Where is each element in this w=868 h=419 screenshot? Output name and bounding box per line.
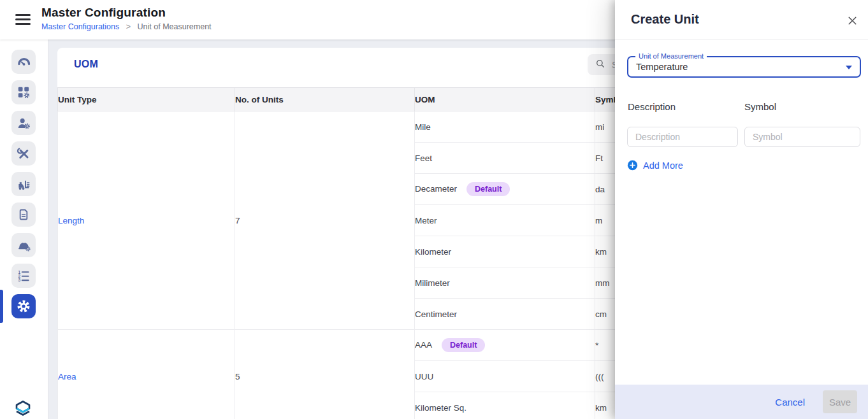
uom-cell: Mile: [415, 111, 595, 143]
sidebar-item-dashboard[interactable]: [11, 50, 36, 74]
uom-cell: Meter: [415, 205, 595, 236]
select-floating-label: Unit of Measurement: [635, 52, 707, 60]
unit-count-cell: 7: [235, 111, 415, 330]
sidebar-item-settings[interactable]: [11, 294, 36, 318]
uom-cell: DecameterDefault: [415, 174, 595, 205]
uom-name: Decameter: [415, 184, 457, 194]
select-value: Temperature: [636, 62, 688, 72]
app-root: Master Configuration Master Configuratio…: [0, 0, 868, 419]
save-button[interactable]: Save: [823, 390, 857, 413]
dashboard-icon: [17, 55, 31, 69]
uom-name: Milimeter: [415, 278, 450, 288]
create-unit-drawer: Create Unit Unit of Measurement Temperat…: [615, 0, 868, 419]
uom-cell: Kilometer: [415, 236, 595, 267]
uom-name: Mile: [415, 122, 431, 132]
uom-cell: AAADefault: [415, 330, 595, 361]
unit-type-cell: Length: [58, 111, 235, 330]
forklift-icon: [17, 177, 31, 192]
document-icon: [17, 208, 31, 222]
page-title: Master Configuration: [41, 6, 212, 20]
column-header-no-of-units: No. of Units: [235, 88, 415, 111]
uom-name: Feet: [415, 153, 432, 163]
column-header-uom: UOM: [415, 88, 595, 111]
app-logo-icon: [11, 398, 34, 419]
sidebar-item-documents[interactable]: [11, 202, 36, 227]
user-gear-icon: [17, 116, 31, 131]
close-icon[interactable]: [845, 13, 859, 27]
search-icon: [595, 58, 606, 72]
uom-cell: Kilometer Sq.: [415, 392, 595, 419]
symbol-field[interactable]: [744, 127, 860, 147]
svg-text:3: 3: [18, 278, 20, 282]
description-label: Description: [628, 101, 676, 112]
sidebar-rail: 123: [0, 39, 48, 419]
uom-name: Meter: [415, 216, 437, 225]
breadcrumb-separator: >: [126, 22, 131, 31]
sidebar-item-tools[interactable]: [11, 141, 36, 166]
modules-gear-icon: [17, 85, 31, 99]
uom-cell: UUU: [415, 361, 595, 392]
unit-type-link[interactable]: Length: [58, 216, 84, 225]
default-badge: Default: [442, 338, 485, 352]
uom-name: Kilometer Sq.: [415, 403, 467, 413]
drawer-title: Create Unit: [631, 12, 699, 27]
sidebar-item-user-management[interactable]: [11, 111, 36, 135]
active-item-indicator: [0, 290, 3, 323]
tools-icon: [17, 146, 31, 161]
symbol-label: Symbol: [744, 101, 776, 112]
description-field[interactable]: [627, 127, 738, 147]
gear-icon: [16, 299, 31, 314]
unit-type-link[interactable]: Area: [58, 372, 76, 381]
add-more-label: Add More: [643, 160, 683, 171]
sidebar-item-sequence[interactable]: 123: [11, 264, 36, 288]
sidebar-item-logistics[interactable]: [11, 172, 36, 196]
section-title: UOM: [74, 59, 98, 70]
uom-cell: Feet: [415, 143, 595, 174]
drawer-header: Create Unit: [615, 0, 868, 40]
add-more-button[interactable]: Add More: [627, 160, 683, 171]
breadcrumb: Master Configurations > Unit of Measurem…: [41, 22, 212, 31]
uom-name: UUU: [415, 372, 433, 381]
drawer-footer: Cancel Save: [615, 385, 868, 419]
breadcrumb-current: Unit of Measurement: [138, 22, 212, 31]
unit-of-measurement-select[interactable]: Unit of Measurement Temperature: [627, 56, 861, 78]
cancel-button[interactable]: Cancel: [771, 396, 809, 408]
chevron-down-icon: [846, 66, 852, 69]
unit-type-cell: Area: [58, 330, 235, 419]
default-badge: Default: [467, 182, 510, 196]
sidebar-item-safety[interactable]: [11, 233, 36, 257]
uom-name: Kilometer: [415, 247, 451, 257]
uom-cell: Centimeter: [415, 299, 595, 330]
breadcrumb-link[interactable]: Master Configurations: [41, 22, 119, 31]
uom-cell: Milimeter: [415, 267, 595, 299]
unit-count-cell: 5: [235, 330, 415, 419]
hamburger-menu-icon[interactable]: [15, 14, 31, 25]
uom-name: Centimeter: [415, 309, 457, 319]
plus-circle-icon: [627, 160, 638, 171]
column-header-unit-type: Unit Type: [58, 88, 235, 111]
uom-name: AAA: [415, 340, 432, 350]
sidebar-item-modules[interactable]: [11, 80, 36, 104]
numbered-list-icon: 123: [17, 269, 31, 283]
hardhat-gear-icon: [17, 238, 31, 253]
